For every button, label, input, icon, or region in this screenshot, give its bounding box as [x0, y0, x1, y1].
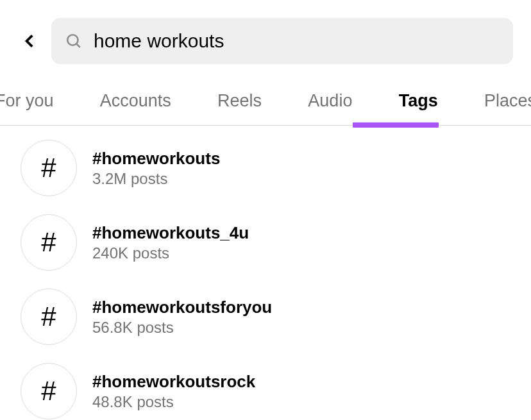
- result-item[interactable]: # #homeworkoutsrock 48.8K posts: [0, 354, 531, 420]
- result-count: 56.8K posts: [92, 319, 272, 337]
- hashtag-icon: #: [21, 214, 77, 271]
- search-input[interactable]: [94, 30, 499, 52]
- result-text: #homeworkoutsforyou 56.8K posts: [92, 298, 272, 337]
- result-count: 3.2M posts: [92, 170, 220, 188]
- tab-accounts[interactable]: Accounts: [100, 83, 171, 125]
- tab-places[interactable]: Places: [484, 83, 531, 125]
- tabs-bar: For you Accounts Reels Audio Tags Places: [0, 72, 531, 126]
- tab-indicator: [353, 122, 439, 128]
- result-name: #homeworkouts_4u: [92, 223, 249, 243]
- svg-point-0: [67, 35, 78, 45]
- hashtag-icon: #: [21, 363, 77, 419]
- result-name: #homeworkouts: [92, 149, 220, 169]
- result-name: #homeworkoutsforyou: [92, 298, 272, 317]
- result-item[interactable]: # #homeworkouts 3.2M posts: [0, 131, 531, 205]
- tab-audio[interactable]: Audio: [308, 83, 352, 125]
- svg-line-1: [76, 44, 80, 47]
- tab-tags[interactable]: Tags: [399, 83, 438, 125]
- tab-reels[interactable]: Reels: [217, 83, 262, 125]
- search-box[interactable]: [51, 18, 513, 64]
- tab-for-you[interactable]: For you: [0, 83, 54, 125]
- back-button[interactable]: [18, 29, 42, 53]
- result-item[interactable]: # #homeworkoutsforyou 56.8K posts: [0, 280, 531, 354]
- result-item[interactable]: # #homeworkouts_4u 240K posts: [0, 205, 531, 280]
- search-icon: [65, 33, 82, 49]
- search-header: [0, 0, 531, 72]
- result-text: #homeworkouts_4u 240K posts: [92, 223, 249, 262]
- result-name: #homeworkoutsrock: [92, 372, 255, 392]
- result-count: 240K posts: [92, 244, 249, 262]
- chevron-left-icon: [22, 33, 38, 49]
- result-text: #homeworkoutsrock 48.8K posts: [92, 372, 255, 411]
- hashtag-icon: #: [21, 289, 77, 345]
- hashtag-icon: #: [21, 140, 77, 196]
- results-list: # #homeworkouts 3.2M posts # #homeworkou…: [0, 126, 531, 420]
- result-count: 48.8K posts: [92, 393, 255, 411]
- result-text: #homeworkouts 3.2M posts: [92, 149, 220, 188]
